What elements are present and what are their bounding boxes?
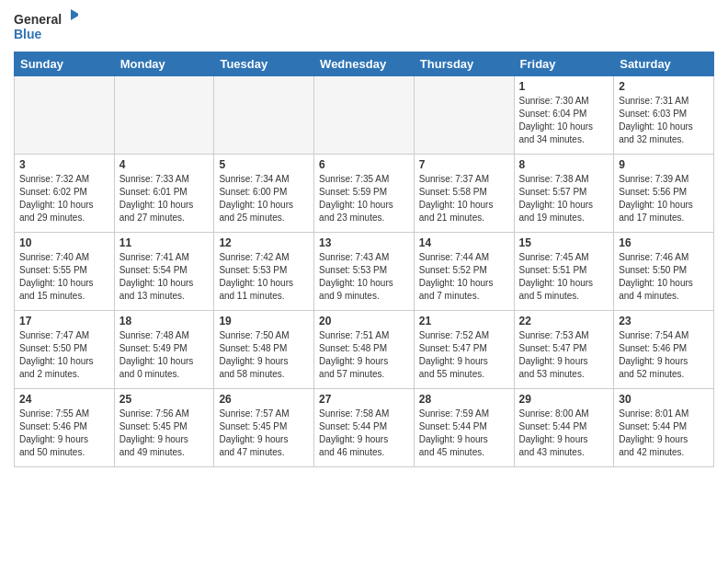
day-info: Sunrise: 7:44 AM Sunset: 5:52 PM Dayligh… <box>419 251 509 303</box>
logo: General Blue <box>14 9 78 44</box>
day-number: 29 <box>519 393 609 406</box>
day-number: 9 <box>619 158 709 171</box>
day-info: Sunrise: 7:46 AM Sunset: 5:50 PM Dayligh… <box>619 251 709 303</box>
day-number: 1 <box>519 80 609 93</box>
calendar-cell <box>114 76 214 155</box>
week-row: 24Sunrise: 7:55 AM Sunset: 5:46 PM Dayli… <box>15 389 714 467</box>
calendar-cell: 19Sunrise: 7:50 AM Sunset: 5:48 PM Dayli… <box>214 311 314 389</box>
calendar-cell: 7Sunrise: 7:37 AM Sunset: 5:58 PM Daylig… <box>414 155 514 233</box>
day-info: Sunrise: 7:51 AM Sunset: 5:48 PM Dayligh… <box>319 329 409 381</box>
day-number: 5 <box>219 158 309 171</box>
day-number: 22 <box>519 315 609 327</box>
day-number: 26 <box>219 393 309 406</box>
day-number: 25 <box>119 393 210 406</box>
calendar-cell <box>214 76 314 155</box>
day-number: 2 <box>619 80 709 93</box>
day-info: Sunrise: 7:33 AM Sunset: 6:01 PM Dayligh… <box>119 173 210 224</box>
calendar-cell: 6Sunrise: 7:35 AM Sunset: 5:59 PM Daylig… <box>314 155 415 233</box>
week-row: 1Sunrise: 7:30 AM Sunset: 6:04 PM Daylig… <box>15 76 714 155</box>
calendar-cell: 2Sunrise: 7:31 AM Sunset: 6:03 PM Daylig… <box>614 76 714 155</box>
page-header: General Blue <box>14 9 714 44</box>
day-info: Sunrise: 7:39 AM Sunset: 5:56 PM Dayligh… <box>619 173 709 224</box>
day-number: 15 <box>519 236 609 249</box>
svg-text:General: General <box>14 12 62 27</box>
day-number: 11 <box>119 236 210 249</box>
day-number: 7 <box>419 158 509 171</box>
day-number: 27 <box>319 393 409 406</box>
calendar-cell: 16Sunrise: 7:46 AM Sunset: 5:50 PM Dayli… <box>614 233 714 311</box>
day-info: Sunrise: 7:45 AM Sunset: 5:51 PM Dayligh… <box>519 251 609 303</box>
calendar-cell: 17Sunrise: 7:47 AM Sunset: 5:50 PM Dayli… <box>15 311 115 389</box>
calendar-cell: 10Sunrise: 7:40 AM Sunset: 5:55 PM Dayli… <box>15 233 115 311</box>
day-number: 24 <box>19 393 109 406</box>
day-info: Sunrise: 7:32 AM Sunset: 6:02 PM Dayligh… <box>19 173 109 224</box>
calendar-cell: 25Sunrise: 7:56 AM Sunset: 5:45 PM Dayli… <box>114 389 214 467</box>
day-number: 16 <box>619 236 709 249</box>
calendar-cell: 29Sunrise: 8:00 AM Sunset: 5:44 PM Dayli… <box>514 389 614 467</box>
day-info: Sunrise: 7:34 AM Sunset: 6:00 PM Dayligh… <box>219 173 309 224</box>
day-info: Sunrise: 7:43 AM Sunset: 5:53 PM Dayligh… <box>319 251 409 303</box>
calendar-cell: 9Sunrise: 7:39 AM Sunset: 5:56 PM Daylig… <box>614 155 714 233</box>
day-number: 10 <box>19 236 109 249</box>
day-number: 23 <box>619 315 709 327</box>
calendar-cell <box>314 76 415 155</box>
calendar-cell: 26Sunrise: 7:57 AM Sunset: 5:45 PM Dayli… <box>214 389 314 467</box>
calendar-cell: 12Sunrise: 7:42 AM Sunset: 5:53 PM Dayli… <box>214 233 314 311</box>
day-info: Sunrise: 7:59 AM Sunset: 5:44 PM Dayligh… <box>419 408 509 459</box>
day-number: 8 <box>519 158 609 171</box>
day-info: Sunrise: 7:53 AM Sunset: 5:47 PM Dayligh… <box>519 329 609 381</box>
calendar-cell: 13Sunrise: 7:43 AM Sunset: 5:53 PM Dayli… <box>314 233 415 311</box>
week-row: 17Sunrise: 7:47 AM Sunset: 5:50 PM Dayli… <box>15 311 714 389</box>
svg-text:Blue: Blue <box>14 27 42 41</box>
weekday-header: Friday <box>514 52 614 76</box>
day-info: Sunrise: 7:54 AM Sunset: 5:46 PM Dayligh… <box>619 329 709 381</box>
calendar-cell: 24Sunrise: 7:55 AM Sunset: 5:46 PM Dayli… <box>15 389 115 467</box>
calendar-cell: 14Sunrise: 7:44 AM Sunset: 5:52 PM Dayli… <box>414 233 514 311</box>
day-number: 4 <box>119 158 210 171</box>
day-info: Sunrise: 7:30 AM Sunset: 6:04 PM Dayligh… <box>519 95 609 146</box>
day-number: 3 <box>19 158 109 171</box>
day-number: 12 <box>219 236 309 249</box>
day-info: Sunrise: 7:52 AM Sunset: 5:47 PM Dayligh… <box>419 329 509 381</box>
calendar-cell: 22Sunrise: 7:53 AM Sunset: 5:47 PM Dayli… <box>514 311 614 389</box>
day-info: Sunrise: 8:01 AM Sunset: 5:44 PM Dayligh… <box>619 408 709 459</box>
calendar-cell: 1Sunrise: 7:30 AM Sunset: 6:04 PM Daylig… <box>514 76 614 155</box>
day-number: 17 <box>19 315 109 327</box>
day-number: 6 <box>319 158 409 171</box>
weekday-header: Wednesday <box>314 52 415 76</box>
calendar-table: SundayMondayTuesdayWednesdayThursdayFrid… <box>14 52 714 467</box>
calendar-cell: 27Sunrise: 7:58 AM Sunset: 5:44 PM Dayli… <box>314 389 415 467</box>
day-info: Sunrise: 7:42 AM Sunset: 5:53 PM Dayligh… <box>219 251 309 303</box>
week-row: 10Sunrise: 7:40 AM Sunset: 5:55 PM Dayli… <box>15 233 714 311</box>
logo-icon: General Blue <box>14 9 78 44</box>
calendar-cell: 3Sunrise: 7:32 AM Sunset: 6:02 PM Daylig… <box>15 155 115 233</box>
calendar-cell <box>15 76 115 155</box>
day-info: Sunrise: 7:38 AM Sunset: 5:57 PM Dayligh… <box>519 173 609 224</box>
day-number: 19 <box>219 315 309 327</box>
calendar-cell: 8Sunrise: 7:38 AM Sunset: 5:57 PM Daylig… <box>514 155 614 233</box>
weekday-header: Saturday <box>614 52 714 76</box>
day-number: 14 <box>419 236 509 249</box>
calendar-cell: 18Sunrise: 7:48 AM Sunset: 5:49 PM Dayli… <box>114 311 214 389</box>
svg-marker-2 <box>71 9 78 20</box>
calendar-cell: 4Sunrise: 7:33 AM Sunset: 6:01 PM Daylig… <box>114 155 214 233</box>
day-info: Sunrise: 7:50 AM Sunset: 5:48 PM Dayligh… <box>219 329 309 381</box>
calendar-cell: 23Sunrise: 7:54 AM Sunset: 5:46 PM Dayli… <box>614 311 714 389</box>
day-number: 21 <box>419 315 509 327</box>
weekday-header-row: SundayMondayTuesdayWednesdayThursdayFrid… <box>15 52 714 76</box>
day-number: 20 <box>319 315 409 327</box>
calendar-cell: 20Sunrise: 7:51 AM Sunset: 5:48 PM Dayli… <box>314 311 415 389</box>
calendar-cell: 30Sunrise: 8:01 AM Sunset: 5:44 PM Dayli… <box>614 389 714 467</box>
day-number: 13 <box>319 236 409 249</box>
day-info: Sunrise: 7:35 AM Sunset: 5:59 PM Dayligh… <box>319 173 409 224</box>
day-number: 18 <box>119 315 210 327</box>
day-info: Sunrise: 7:55 AM Sunset: 5:46 PM Dayligh… <box>19 408 109 459</box>
day-info: Sunrise: 7:47 AM Sunset: 5:50 PM Dayligh… <box>19 329 109 381</box>
weekday-header: Tuesday <box>214 52 314 76</box>
day-info: Sunrise: 7:48 AM Sunset: 5:49 PM Dayligh… <box>119 329 210 381</box>
calendar-cell: 21Sunrise: 7:52 AM Sunset: 5:47 PM Dayli… <box>414 311 514 389</box>
week-row: 3Sunrise: 7:32 AM Sunset: 6:02 PM Daylig… <box>15 155 714 233</box>
day-info: Sunrise: 7:31 AM Sunset: 6:03 PM Dayligh… <box>619 95 709 146</box>
calendar-cell: 15Sunrise: 7:45 AM Sunset: 5:51 PM Dayli… <box>514 233 614 311</box>
day-info: Sunrise: 7:41 AM Sunset: 5:54 PM Dayligh… <box>119 251 210 303</box>
